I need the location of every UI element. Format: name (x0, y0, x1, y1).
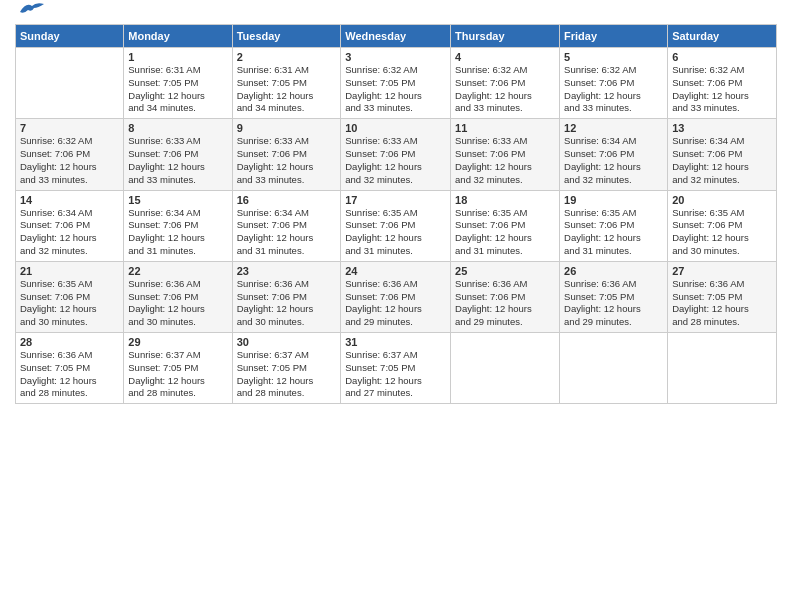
day-header-tuesday: Tuesday (232, 25, 341, 48)
day-info: Sunrise: 6:34 AM Sunset: 7:06 PM Dayligh… (672, 135, 772, 186)
calendar-cell: 11Sunrise: 6:33 AM Sunset: 7:06 PM Dayli… (451, 119, 560, 190)
day-info: Sunrise: 6:31 AM Sunset: 7:05 PM Dayligh… (128, 64, 227, 115)
calendar-cell: 26Sunrise: 6:36 AM Sunset: 7:05 PM Dayli… (560, 261, 668, 332)
day-number: 6 (672, 51, 772, 63)
calendar-cell: 25Sunrise: 6:36 AM Sunset: 7:06 PM Dayli… (451, 261, 560, 332)
calendar-cell (560, 333, 668, 404)
calendar-cell: 21Sunrise: 6:35 AM Sunset: 7:06 PM Dayli… (16, 261, 124, 332)
day-header-sunday: Sunday (16, 25, 124, 48)
day-number: 5 (564, 51, 663, 63)
day-info: Sunrise: 6:31 AM Sunset: 7:05 PM Dayligh… (237, 64, 337, 115)
calendar-cell: 6Sunrise: 6:32 AM Sunset: 7:06 PM Daylig… (668, 48, 777, 119)
day-number: 26 (564, 265, 663, 277)
calendar-cell: 10Sunrise: 6:33 AM Sunset: 7:06 PM Dayli… (341, 119, 451, 190)
calendar-week-row: 28Sunrise: 6:36 AM Sunset: 7:05 PM Dayli… (16, 333, 777, 404)
day-info: Sunrise: 6:35 AM Sunset: 7:06 PM Dayligh… (345, 207, 446, 258)
day-number: 27 (672, 265, 772, 277)
day-info: Sunrise: 6:36 AM Sunset: 7:06 PM Dayligh… (345, 278, 446, 329)
page-container: SundayMondayTuesdayWednesdayThursdayFrid… (0, 0, 792, 414)
calendar-cell (451, 333, 560, 404)
day-header-thursday: Thursday (451, 25, 560, 48)
calendar-week-row: 14Sunrise: 6:34 AM Sunset: 7:06 PM Dayli… (16, 190, 777, 261)
day-info: Sunrise: 6:36 AM Sunset: 7:06 PM Dayligh… (128, 278, 227, 329)
calendar-cell: 17Sunrise: 6:35 AM Sunset: 7:06 PM Dayli… (341, 190, 451, 261)
day-number: 19 (564, 194, 663, 206)
calendar-header-row: SundayMondayTuesdayWednesdayThursdayFrid… (16, 25, 777, 48)
calendar-cell: 13Sunrise: 6:34 AM Sunset: 7:06 PM Dayli… (668, 119, 777, 190)
calendar-week-row: 21Sunrise: 6:35 AM Sunset: 7:06 PM Dayli… (16, 261, 777, 332)
day-number: 12 (564, 122, 663, 134)
calendar-cell: 22Sunrise: 6:36 AM Sunset: 7:06 PM Dayli… (124, 261, 232, 332)
day-number: 23 (237, 265, 337, 277)
day-number: 20 (672, 194, 772, 206)
calendar-cell: 20Sunrise: 6:35 AM Sunset: 7:06 PM Dayli… (668, 190, 777, 261)
day-number: 16 (237, 194, 337, 206)
day-info: Sunrise: 6:37 AM Sunset: 7:05 PM Dayligh… (345, 349, 446, 400)
day-info: Sunrise: 6:33 AM Sunset: 7:06 PM Dayligh… (455, 135, 555, 186)
day-info: Sunrise: 6:32 AM Sunset: 7:06 PM Dayligh… (564, 64, 663, 115)
day-number: 9 (237, 122, 337, 134)
day-number: 11 (455, 122, 555, 134)
calendar-cell: 7Sunrise: 6:32 AM Sunset: 7:06 PM Daylig… (16, 119, 124, 190)
day-info: Sunrise: 6:32 AM Sunset: 7:06 PM Dayligh… (20, 135, 119, 186)
day-info: Sunrise: 6:34 AM Sunset: 7:06 PM Dayligh… (20, 207, 119, 258)
day-number: 29 (128, 336, 227, 348)
calendar-cell: 5Sunrise: 6:32 AM Sunset: 7:06 PM Daylig… (560, 48, 668, 119)
day-number: 28 (20, 336, 119, 348)
day-number: 24 (345, 265, 446, 277)
calendar-cell (16, 48, 124, 119)
day-info: Sunrise: 6:33 AM Sunset: 7:06 PM Dayligh… (128, 135, 227, 186)
calendar-cell: 29Sunrise: 6:37 AM Sunset: 7:05 PM Dayli… (124, 333, 232, 404)
day-header-monday: Monday (124, 25, 232, 48)
day-number: 8 (128, 122, 227, 134)
day-info: Sunrise: 6:37 AM Sunset: 7:05 PM Dayligh… (128, 349, 227, 400)
calendar-week-row: 1Sunrise: 6:31 AM Sunset: 7:05 PM Daylig… (16, 48, 777, 119)
day-number: 1 (128, 51, 227, 63)
calendar-cell: 4Sunrise: 6:32 AM Sunset: 7:06 PM Daylig… (451, 48, 560, 119)
day-info: Sunrise: 6:37 AM Sunset: 7:05 PM Dayligh… (237, 349, 337, 400)
day-info: Sunrise: 6:32 AM Sunset: 7:05 PM Dayligh… (345, 64, 446, 115)
header (15, 10, 777, 16)
day-number: 21 (20, 265, 119, 277)
calendar-cell: 2Sunrise: 6:31 AM Sunset: 7:05 PM Daylig… (232, 48, 341, 119)
day-number: 4 (455, 51, 555, 63)
day-number: 14 (20, 194, 119, 206)
day-info: Sunrise: 6:33 AM Sunset: 7:06 PM Dayligh… (237, 135, 337, 186)
day-header-wednesday: Wednesday (341, 25, 451, 48)
day-info: Sunrise: 6:36 AM Sunset: 7:05 PM Dayligh… (672, 278, 772, 329)
day-info: Sunrise: 6:34 AM Sunset: 7:06 PM Dayligh… (237, 207, 337, 258)
logo (15, 10, 46, 16)
calendar-cell: 8Sunrise: 6:33 AM Sunset: 7:06 PM Daylig… (124, 119, 232, 190)
day-info: Sunrise: 6:36 AM Sunset: 7:05 PM Dayligh… (20, 349, 119, 400)
calendar-cell: 28Sunrise: 6:36 AM Sunset: 7:05 PM Dayli… (16, 333, 124, 404)
day-number: 3 (345, 51, 446, 63)
calendar-cell (668, 333, 777, 404)
day-number: 10 (345, 122, 446, 134)
day-info: Sunrise: 6:34 AM Sunset: 7:06 PM Dayligh… (564, 135, 663, 186)
calendar-cell: 3Sunrise: 6:32 AM Sunset: 7:05 PM Daylig… (341, 48, 451, 119)
day-number: 31 (345, 336, 446, 348)
day-number: 7 (20, 122, 119, 134)
calendar-cell: 27Sunrise: 6:36 AM Sunset: 7:05 PM Dayli… (668, 261, 777, 332)
day-info: Sunrise: 6:32 AM Sunset: 7:06 PM Dayligh… (672, 64, 772, 115)
calendar-cell: 30Sunrise: 6:37 AM Sunset: 7:05 PM Dayli… (232, 333, 341, 404)
calendar-cell: 24Sunrise: 6:36 AM Sunset: 7:06 PM Dayli… (341, 261, 451, 332)
day-number: 18 (455, 194, 555, 206)
day-info: Sunrise: 6:36 AM Sunset: 7:06 PM Dayligh… (237, 278, 337, 329)
day-info: Sunrise: 6:32 AM Sunset: 7:06 PM Dayligh… (455, 64, 555, 115)
calendar-week-row: 7Sunrise: 6:32 AM Sunset: 7:06 PM Daylig… (16, 119, 777, 190)
day-number: 2 (237, 51, 337, 63)
calendar-table: SundayMondayTuesdayWednesdayThursdayFrid… (15, 24, 777, 404)
day-info: Sunrise: 6:35 AM Sunset: 7:06 PM Dayligh… (20, 278, 119, 329)
logo-bird-icon (18, 0, 46, 16)
day-number: 22 (128, 265, 227, 277)
calendar-cell: 14Sunrise: 6:34 AM Sunset: 7:06 PM Dayli… (16, 190, 124, 261)
day-header-friday: Friday (560, 25, 668, 48)
calendar-cell: 31Sunrise: 6:37 AM Sunset: 7:05 PM Dayli… (341, 333, 451, 404)
day-header-saturday: Saturday (668, 25, 777, 48)
day-info: Sunrise: 6:33 AM Sunset: 7:06 PM Dayligh… (345, 135, 446, 186)
day-number: 15 (128, 194, 227, 206)
calendar-cell: 23Sunrise: 6:36 AM Sunset: 7:06 PM Dayli… (232, 261, 341, 332)
day-info: Sunrise: 6:35 AM Sunset: 7:06 PM Dayligh… (672, 207, 772, 258)
calendar-cell: 15Sunrise: 6:34 AM Sunset: 7:06 PM Dayli… (124, 190, 232, 261)
